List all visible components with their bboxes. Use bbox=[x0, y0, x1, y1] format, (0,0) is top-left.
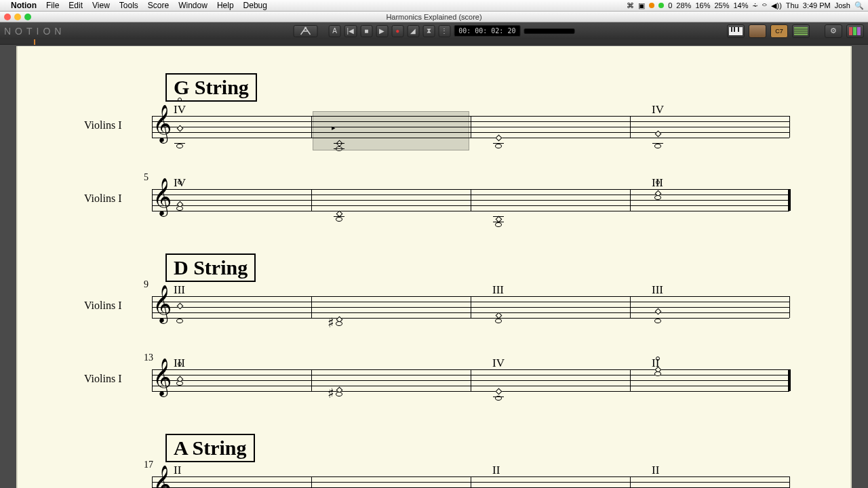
status-pct: 16% bbox=[695, 1, 710, 9]
keyboard-panel-button[interactable] bbox=[727, 24, 745, 38]
conductor-button[interactable] bbox=[294, 25, 318, 37]
zoom-window-button[interactable] bbox=[24, 14, 31, 20]
harmonic-circle-icon bbox=[178, 98, 182, 102]
staff-system[interactable]: Violins I5𝄞IVIII bbox=[57, 180, 811, 235]
treble-clef-icon: 𝄞 bbox=[153, 287, 172, 320]
svg-rect-9 bbox=[849, 27, 852, 35]
rewind-button[interactable]: |◀ bbox=[344, 25, 357, 37]
whole-note[interactable] bbox=[336, 321, 342, 326]
string-roman-numeral: IV bbox=[174, 103, 186, 117]
sharp-accidental: ♯ bbox=[328, 319, 334, 327]
mixer-button[interactable]: ◢ bbox=[407, 25, 419, 37]
palette-button[interactable] bbox=[846, 24, 864, 38]
staff-system[interactable]: Violins I13𝄞IIIIVII♯ bbox=[57, 361, 811, 415]
brand-logo: NOTION bbox=[4, 26, 65, 37]
stop-button[interactable]: ■ bbox=[360, 25, 372, 37]
treble-clef-icon: 𝄞 bbox=[153, 361, 172, 393]
treble-clef-icon: 𝄞 bbox=[153, 107, 172, 140]
whole-note[interactable] bbox=[654, 319, 661, 323]
string-roman-numeral: III bbox=[652, 283, 663, 297]
library-panel-button[interactable] bbox=[749, 24, 766, 38]
svg-rect-11 bbox=[857, 27, 861, 35]
more-button[interactable]: ⋮ bbox=[438, 25, 450, 37]
status-tray: ⌘ ▣ 0 28% 16% 25% 14% ∻ ⌔ ◀)) Thu 3:49 P… bbox=[627, 1, 864, 10]
score-page[interactable]: G StringViolins I𝄞▸IVIVViolins I5𝄞IVIIID… bbox=[16, 46, 852, 488]
status-pct: 14% bbox=[733, 1, 748, 9]
menu-score[interactable]: Score bbox=[148, 1, 169, 10]
menu-view[interactable]: View bbox=[92, 1, 110, 10]
staff-system[interactable]: Violins I9𝄞IIIIIIIII♯ bbox=[57, 287, 811, 342]
timeline-ruler[interactable] bbox=[0, 39, 868, 45]
menu-debug[interactable]: Debug bbox=[243, 1, 267, 10]
instrument-label: Violins I bbox=[84, 192, 121, 205]
close-window-button[interactable] bbox=[4, 14, 11, 20]
score-viewport[interactable]: G StringViolins I𝄞▸IVIVViolins I5𝄞IVIIID… bbox=[0, 45, 868, 488]
volume-icon[interactable]: ◀)) bbox=[771, 1, 781, 10]
section-title: D String bbox=[165, 253, 256, 282]
string-roman-numeral: II bbox=[652, 464, 659, 477]
string-roman-numeral: IV bbox=[492, 357, 505, 370]
metronome-button[interactable]: ⧗ bbox=[422, 25, 435, 37]
edit-cursor-icon: ▸ bbox=[332, 123, 336, 132]
menu-tools[interactable]: Tools bbox=[119, 1, 138, 10]
menu-window[interactable]: Window bbox=[178, 1, 208, 10]
window-traffic-lights bbox=[4, 14, 31, 20]
menu-app[interactable]: Notion bbox=[11, 1, 37, 10]
whole-note[interactable] bbox=[495, 319, 502, 323]
play-button[interactable]: ▶ bbox=[376, 25, 388, 37]
bar-number: 5 bbox=[144, 172, 149, 183]
whole-note[interactable] bbox=[176, 381, 183, 386]
staff-system[interactable]: Violins I𝄞▸IVIV bbox=[57, 107, 811, 161]
status-pct: 25% bbox=[714, 1, 729, 9]
whole-note[interactable] bbox=[336, 392, 342, 396]
playhead[interactable] bbox=[34, 39, 35, 45]
string-roman-numeral: III bbox=[492, 283, 504, 297]
spotlight-icon[interactable]: 🔍 bbox=[854, 1, 864, 10]
whole-note[interactable] bbox=[654, 371, 661, 376]
whole-note[interactable] bbox=[176, 206, 183, 211]
svg-rect-2 bbox=[731, 27, 732, 32]
section-title: A String bbox=[165, 434, 255, 462]
bar-number: 17 bbox=[144, 460, 153, 470]
staff-system[interactable]: 17𝄞IIIIII bbox=[57, 468, 811, 488]
bar-selection[interactable] bbox=[313, 111, 469, 150]
menu-file[interactable]: File bbox=[46, 1, 59, 10]
harmonic-circle-icon bbox=[178, 362, 182, 366]
whole-note[interactable] bbox=[336, 217, 342, 222]
bluetooth-icon[interactable]: ∻ bbox=[752, 1, 758, 10]
wifi-icon[interactable]: ⌔ bbox=[762, 1, 767, 9]
menu-help[interactable]: Help bbox=[217, 1, 234, 10]
instrument-label: Violins I bbox=[84, 300, 121, 312]
clock-time[interactable]: 3:49 PM bbox=[803, 1, 831, 9]
svg-rect-10 bbox=[853, 27, 856, 35]
sharp-accidental: ♯ bbox=[328, 389, 334, 397]
whole-note[interactable] bbox=[176, 319, 183, 323]
whole-note[interactable] bbox=[654, 195, 661, 200]
whole-note[interactable] bbox=[176, 144, 183, 148]
whole-note[interactable] bbox=[495, 144, 502, 148]
text-tool-button[interactable]: A bbox=[329, 25, 341, 37]
window-titlebar: Harmonics Explained (score) bbox=[0, 12, 868, 22]
string-roman-numeral: II bbox=[492, 464, 500, 477]
status-icon: ⌘ bbox=[627, 1, 634, 10]
user-name[interactable]: Josh bbox=[835, 1, 850, 9]
settings-button[interactable]: ⚙ bbox=[825, 24, 842, 38]
window-title: Harmonics Explained (score) bbox=[386, 13, 481, 21]
treble-clef-icon: 𝄞 bbox=[153, 468, 172, 488]
whole-note[interactable] bbox=[654, 144, 661, 148]
string-roman-numeral: IV bbox=[652, 103, 664, 117]
status-dot-icon bbox=[658, 3, 664, 8]
fretboard-panel-button[interactable] bbox=[792, 24, 810, 38]
mac-menubar: Notion File Edit View Tools Score Window… bbox=[0, 0, 868, 12]
chord-panel-button[interactable]: C7 bbox=[770, 24, 788, 38]
status-dot-icon bbox=[649, 3, 654, 8]
minimize-window-button[interactable] bbox=[14, 14, 21, 20]
toolbar: NOTION A |◀ ■ ▶ ● ◢ ⧗ ⋮ 00: 00: 02: 20 C… bbox=[0, 22, 868, 39]
tempo-slider[interactable] bbox=[524, 28, 574, 34]
menu-edit[interactable]: Edit bbox=[68, 1, 83, 10]
record-button[interactable]: ● bbox=[391, 25, 403, 37]
instrument-label: Violins I bbox=[84, 119, 121, 131]
instrument-label: Violins I bbox=[84, 373, 121, 385]
clock-day[interactable]: Thu bbox=[786, 1, 799, 9]
whole-note[interactable] bbox=[495, 222, 502, 227]
